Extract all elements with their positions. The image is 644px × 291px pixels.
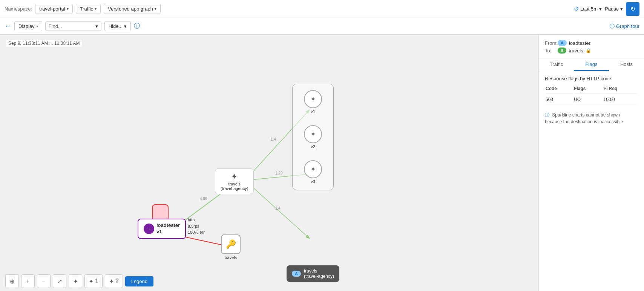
sparkline-text: Sparkline charts cannot be shown because… bbox=[545, 112, 624, 124]
travels-key-label: travels bbox=[225, 255, 237, 260]
edge-label-lt-center: 4.09 bbox=[200, 197, 207, 201]
cell-code: 503 bbox=[546, 95, 573, 105]
info-icon: ⓘ bbox=[545, 112, 549, 118]
zoom-in-icon: + bbox=[26, 278, 29, 285]
legend-button[interactable]: Legend bbox=[125, 276, 153, 286]
travels-agency-node[interactable]: ✦ travels(travel-agency) bbox=[215, 168, 254, 194]
graph-canvas[interactable]: Sep 9, 11:33:11 AM ... 11:38:11 AM bbox=[0, 35, 538, 291]
badge-label: travels(travel-agency) bbox=[304, 268, 334, 279]
hide-panel-toggle[interactable]: Hide bbox=[538, 155, 539, 170]
panel-tabs: Traffic Flags Hosts bbox=[539, 58, 644, 71]
section-title: Response flags by HTTP code: bbox=[545, 76, 638, 81]
col-code: Code bbox=[546, 86, 573, 94]
v2-label: v2 bbox=[311, 144, 315, 149]
find-input[interactable] bbox=[49, 23, 94, 29]
expand-icon: ⤢ bbox=[57, 278, 62, 285]
graph-edges bbox=[0, 35, 538, 291]
to-row: To: S travels 🔒 bbox=[545, 47, 638, 54]
edge-rps: 8.5rps bbox=[188, 223, 205, 230]
back-button[interactable]: ← bbox=[5, 22, 11, 30]
refresh-icon: ↺ bbox=[574, 5, 579, 12]
table-row: 503 UO 100.0 bbox=[546, 95, 637, 105]
from-badge: A bbox=[558, 40, 567, 46]
zoom-out-btn[interactable]: − bbox=[37, 274, 51, 288]
chevron-down-icon: ▾ bbox=[124, 23, 127, 29]
cluster2-btn[interactable]: ✦ 2 bbox=[105, 274, 123, 288]
timestamp: Sep 9, 11:33:11 AM ... 11:38:11 AM bbox=[6, 40, 82, 47]
chevron-down-icon: ▾ bbox=[95, 23, 98, 29]
travels-agency-badge[interactable]: A travels(travel-agency) bbox=[287, 265, 339, 282]
v1-icon: ✦ bbox=[304, 90, 322, 108]
to-name: travels bbox=[569, 48, 583, 54]
to-badge: S bbox=[558, 47, 566, 54]
v2-node[interactable]: ✦ v2 bbox=[299, 125, 327, 149]
v1-label: v1 bbox=[311, 109, 315, 114]
travels-agency-label: travels(travel-agency) bbox=[221, 182, 248, 191]
namespace-selector[interactable]: travel-portal ▾ bbox=[35, 4, 73, 14]
loadtester-label: loadtesterv1 bbox=[156, 222, 180, 235]
v2-icon: ✦ bbox=[304, 125, 322, 143]
right-panel: Hide From: A loadtester To: S travels 🔒 … bbox=[538, 35, 644, 291]
col-flags: Flags bbox=[574, 86, 603, 94]
find-container: ▾ bbox=[45, 21, 101, 31]
loadtester-icon: → bbox=[144, 224, 154, 234]
time-range-btn[interactable]: ↺ Last 5m ▾ bbox=[574, 5, 602, 12]
traffic-selector[interactable]: Traffic ▾ bbox=[76, 4, 101, 14]
hide-selector[interactable]: Hide... ▾ bbox=[104, 21, 131, 31]
pause-btn[interactable]: Pause ▾ bbox=[605, 6, 623, 12]
info-icon[interactable]: ⓘ bbox=[134, 22, 140, 30]
cluster-icon: ✦ bbox=[73, 278, 78, 285]
edge-info: http 8.5rps 100% err bbox=[188, 217, 205, 236]
chevron-down-icon: ▾ bbox=[155, 7, 156, 11]
tab-hosts[interactable]: Hosts bbox=[609, 58, 644, 71]
tab-flags[interactable]: Flags bbox=[574, 58, 609, 71]
to-label: To: bbox=[545, 48, 555, 54]
travels-agency-box: ✦ travels(travel-agency) bbox=[215, 168, 254, 194]
tab-traffic[interactable]: Traffic bbox=[539, 58, 574, 71]
badge-a: A bbox=[292, 271, 301, 277]
v3-label: v3 bbox=[311, 179, 315, 184]
chevron-down-icon: ▾ bbox=[599, 6, 602, 12]
cluster-all-btn[interactable]: ✦ bbox=[69, 274, 82, 288]
chevron-down-icon: ▾ bbox=[67, 7, 69, 11]
chevron-down-icon: ▾ bbox=[36, 24, 38, 28]
v3-node[interactable]: ✦ v3 bbox=[299, 160, 327, 184]
edge-error: 100% err bbox=[188, 229, 205, 236]
graph-tour-button[interactable]: ⓘ Graph tour bbox=[610, 23, 639, 30]
refresh-button[interactable]: ↻ bbox=[626, 2, 639, 16]
cluster2-icon: ✦ bbox=[109, 278, 114, 285]
edge-label-center-v2: 1.29 bbox=[275, 171, 282, 175]
edge-label-center-v3: 1.4 bbox=[275, 206, 281, 210]
cell-flags: UO bbox=[574, 95, 603, 105]
main-area: Sep 9, 11:33:11 AM ... 11:38:11 AM bbox=[0, 35, 644, 291]
fit-graph-btn[interactable]: ⊕ bbox=[5, 274, 19, 288]
cluster1-label: 1 bbox=[95, 278, 98, 285]
fit-icon: ⊕ bbox=[10, 278, 15, 285]
from-row: From: A loadtester bbox=[545, 40, 638, 46]
edge-label-center-v1: 1.4 bbox=[271, 137, 276, 141]
loadtester-node[interactable]: → loadtesterv1 bbox=[138, 219, 186, 239]
lock-icon: 🔒 bbox=[586, 48, 591, 53]
travels-key-node[interactable]: 🔑 travels bbox=[221, 234, 241, 260]
second-toolbar: ← Display ▾ ▾ Hide... ▾ ⓘ ⓘ Graph tour bbox=[0, 18, 644, 35]
from-label: From: bbox=[545, 40, 555, 46]
tour-icon: ⓘ bbox=[610, 23, 615, 30]
col-req: % Req bbox=[604, 86, 637, 94]
cluster1-btn[interactable]: ✦ 1 bbox=[84, 274, 103, 288]
panel-header: From: A loadtester To: S travels 🔒 bbox=[539, 35, 644, 58]
cluster2-label: 2 bbox=[115, 278, 119, 285]
top-toolbar: Namespace: travel-portal ▾ Traffic ▾ Ver… bbox=[0, 0, 644, 18]
display-btn[interactable]: Display ▾ bbox=[14, 21, 42, 31]
zoom-in-btn[interactable]: + bbox=[21, 274, 35, 288]
cluster1-icon: ✦ bbox=[89, 278, 94, 285]
zoom-out-icon: − bbox=[42, 278, 45, 285]
graph-type-selector[interactable]: Versioned app graph ▾ bbox=[104, 4, 161, 14]
panel-content: Response flags by HTTP code: Code Flags … bbox=[539, 71, 644, 130]
expand-btn[interactable]: ⤢ bbox=[53, 274, 66, 288]
edge-protocol: http bbox=[188, 217, 205, 223]
namespace-label: Namespace: bbox=[5, 6, 32, 12]
from-name: loadtester bbox=[569, 40, 590, 46]
svg-line-4 bbox=[251, 185, 309, 238]
service-icon: ✦ bbox=[231, 172, 238, 181]
v1-node[interactable]: ✦ v1 bbox=[299, 90, 327, 114]
